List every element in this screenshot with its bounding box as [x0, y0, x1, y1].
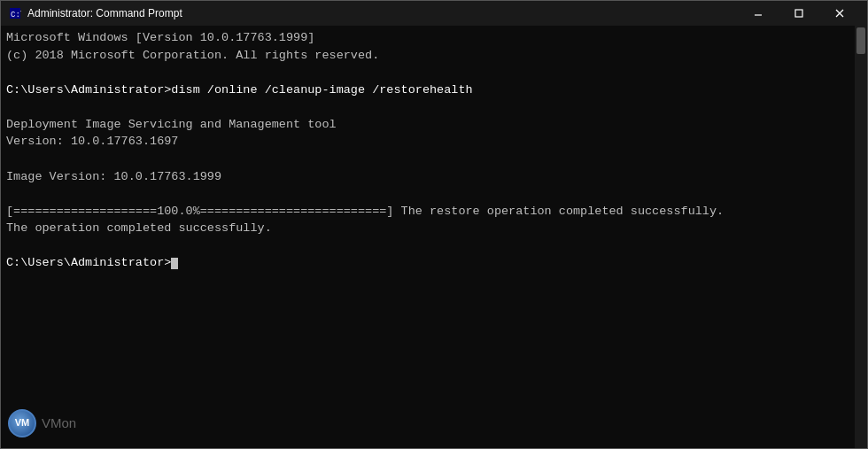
close-button[interactable]	[819, 1, 860, 26]
line-14: C:\Users\Administrator>	[6, 254, 862, 272]
line-12: The operation completed successfully.	[6, 220, 862, 237]
line-1: Microsoft Windows [Version 10.0.17763.19…	[6, 29, 862, 47]
terminal-body[interactable]: Microsoft Windows [Version 10.0.17763.19…	[1, 26, 867, 448]
cmd-icon: C:\	[8, 6, 22, 20]
titlebar-title: Administrator: Command Prompt	[27, 7, 738, 19]
line-10	[6, 185, 862, 203]
titlebar: C:\ Administrator: Command Prompt	[1, 1, 867, 26]
line-9: Image Version: 10.0.17763.1999	[6, 168, 862, 186]
titlebar-controls	[738, 1, 860, 26]
watermark: VM VMon	[8, 409, 76, 437]
svg-text:C:\: C:\	[11, 11, 21, 19]
line-8	[6, 151, 862, 168]
line-7: Version: 10.0.17763.1697	[6, 133, 862, 151]
line-11: [====================100.0%=============…	[6, 203, 862, 221]
maximize-button[interactable]	[779, 1, 819, 26]
scrollbar-thumb[interactable]	[856, 27, 865, 54]
scrollbar[interactable]	[855, 26, 867, 448]
logo-text: VM	[15, 416, 30, 430]
line-4: C:\Users\Administrator>dism /online /cle…	[6, 81, 862, 99]
line-3	[6, 64, 862, 81]
svg-rect-4	[795, 10, 802, 17]
command-prompt-window: C:\ Administrator: Command Prompt	[0, 0, 868, 449]
line-2: (c) 2018 Microsoft Corporation. All righ…	[6, 47, 862, 65]
minimize-button[interactable]	[738, 1, 779, 26]
line-6: Deployment Image Servicing and Managemen…	[6, 116, 862, 134]
vmware-logo: VM	[8, 409, 36, 437]
line-5	[6, 98, 862, 116]
cursor	[171, 258, 178, 269]
line-13	[6, 237, 862, 255]
watermark-label: VMon	[42, 414, 76, 433]
